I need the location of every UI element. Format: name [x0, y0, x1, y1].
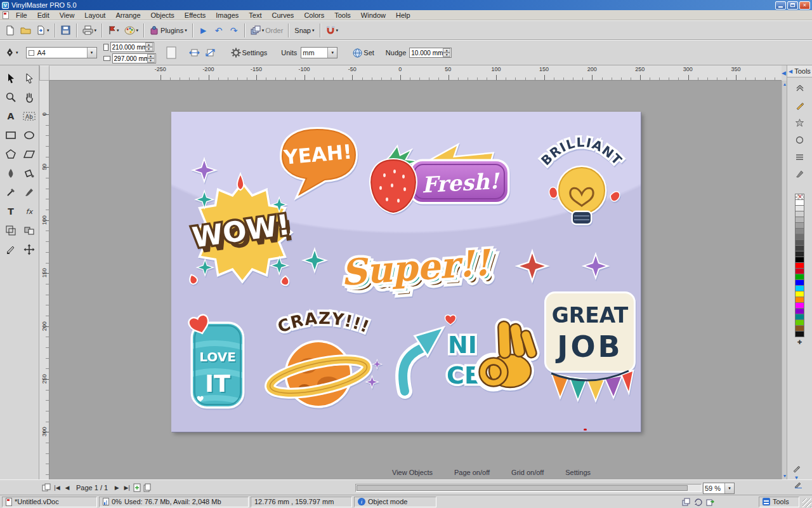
palette-button[interactable]: ▾ [122, 22, 141, 39]
menu-item-text[interactable]: Text [244, 11, 266, 20]
play-button[interactable]: ▶ [196, 22, 211, 39]
link-view-objects[interactable]: View Objects [392, 469, 433, 476]
vertical-scrollbar[interactable]: ▲ ▼ [782, 81, 787, 479]
sticker-star-teal[interactable] [304, 250, 325, 271]
color-swatch-111111[interactable] [795, 331, 804, 337]
fit-height-button[interactable] [202, 44, 218, 61]
add-page-button[interactable] [132, 482, 142, 493]
gradient-tool-button[interactable] [2, 164, 19, 182]
draw-tool-button[interactable] [794, 100, 806, 111]
nudge-field[interactable]: ▲▼ [409, 48, 452, 58]
menu-item-objects[interactable]: Objects [146, 11, 180, 20]
sticker-wow[interactable]: WOW! WOW! [179, 175, 306, 293]
transform-tool-button[interactable] [20, 241, 37, 258]
page-settings-button[interactable]: Settings [228, 44, 270, 61]
ellipse-tool-button[interactable] [20, 126, 37, 144]
layers-status-icon[interactable] [682, 498, 690, 506]
order-button[interactable]: ▾ Order [248, 22, 286, 39]
menu-item-arrange[interactable]: Arrange [110, 11, 145, 20]
first-page-button[interactable]: |◀ [52, 482, 62, 493]
link-grid-on-off[interactable]: Grid on/off [511, 469, 544, 476]
width-spinner[interactable]: ▲▼ [145, 43, 153, 51]
rectangle-tool-button[interactable] [2, 126, 19, 144]
menu-item-tools[interactable]: Tools [329, 11, 356, 20]
fit-width-button[interactable] [187, 44, 202, 61]
maximize-button[interactable] [787, 1, 798, 10]
close-button[interactable]: × [799, 1, 810, 10]
snap-button[interactable]: Snap ▾ [292, 22, 317, 39]
horizontal-scrollbar[interactable] [355, 484, 702, 492]
pages-overview-button[interactable] [41, 482, 52, 493]
node-tool-button[interactable] [794, 134, 806, 145]
sticker-crazy[interactable]: CRAZY!!! [260, 305, 387, 413]
knife-tool-button[interactable] [2, 241, 19, 258]
workspace[interactable]: YEAH! Fresh! [49, 81, 782, 479]
undo-button[interactable]: ↶ [211, 22, 226, 39]
height-spinner[interactable]: ▲▼ [147, 54, 155, 63]
menu-item-help[interactable]: Help [391, 11, 416, 20]
menu-item-effects[interactable]: Effects [180, 11, 211, 20]
nudge-input[interactable] [410, 50, 443, 57]
menu-item-edit[interactable]: Edit [32, 11, 55, 20]
menu-item-view[interactable]: View [55, 11, 80, 20]
print-button[interactable]: ▾ [80, 22, 100, 39]
set-button[interactable]: Set [350, 44, 377, 61]
last-page-button[interactable]: ▶| [122, 482, 132, 493]
page-preset-select[interactable]: A4 ▾ [26, 47, 97, 58]
menu-item-curves[interactable]: Curves [267, 11, 299, 20]
menu-item-file[interactable]: File [11, 11, 32, 20]
direct-select-tool-button[interactable] [20, 69, 37, 86]
page-width-field[interactable]: ▲▼ [110, 42, 154, 52]
nudge-spinner[interactable]: ▲▼ [443, 48, 450, 57]
frame-tool-button[interactable] [2, 222, 19, 239]
sticker-great-job[interactable]: GREAT JOB [542, 291, 638, 415]
zoom-select[interactable]: 59 % ▾ [703, 483, 735, 494]
units-select[interactable]: mm ▾ [301, 47, 337, 58]
redo-button[interactable]: ↷ [226, 22, 242, 39]
refresh-status-icon[interactable] [694, 498, 702, 506]
pin-button[interactable]: ▾ [105, 22, 122, 39]
zoom-tool-button[interactable] [2, 88, 19, 105]
next-page-button[interactable]: ▶ [112, 482, 122, 493]
tools-tab[interactable]: ◀ Tools [787, 65, 812, 77]
text-tool-button[interactable]: A [2, 107, 19, 124]
page-preview-button[interactable] [164, 44, 179, 61]
export-status-icon[interactable] [706, 498, 714, 506]
sticker-star-red[interactable] [519, 253, 546, 279]
page-height-input[interactable] [113, 55, 147, 62]
sticker-super[interactable]: Super!! Super!! Super!! [333, 236, 498, 302]
brush-tool-button[interactable] [20, 184, 37, 201]
pan-tool-button[interactable] [20, 88, 37, 105]
resize-grip[interactable] [802, 498, 811, 507]
link-settings[interactable]: Settings [565, 469, 591, 476]
select-tool-button[interactable] [2, 69, 19, 86]
menu-item-layout[interactable]: Layout [79, 11, 110, 20]
page-width-input[interactable] [111, 44, 145, 51]
add-color-button[interactable]: ✚ [795, 339, 804, 347]
eyedropper-tool-button[interactable] [2, 184, 19, 201]
paint-tool-button[interactable] [794, 168, 806, 180]
shape-tool-button[interactable] [794, 117, 806, 128]
sticker-love-it[interactable]: LOVE LOVE IT IT [185, 314, 249, 412]
menu-item-images[interactable]: Images [211, 11, 244, 20]
polygon-tool-button[interactable] [2, 145, 19, 163]
menu-item-colors[interactable]: Colors [299, 11, 329, 20]
prev-page-button[interactable]: ◀ [62, 482, 72, 493]
copy-page-button[interactable] [142, 482, 152, 493]
ruler-corner[interactable] [39, 65, 49, 81]
sticker-arrow[interactable] [386, 320, 446, 396]
link-page-on-off[interactable]: Page on/off [454, 469, 490, 476]
panel-expand-button[interactable] [794, 83, 806, 94]
sticker-nice[interactable]: NI NI CE CE [443, 314, 551, 412]
save-button[interactable] [58, 22, 74, 39]
canvas-page[interactable]: YEAH! Fresh! [171, 112, 641, 432]
minimize-button[interactable] [775, 1, 786, 10]
no-color-swatch[interactable] [795, 194, 804, 200]
open-button[interactable] [18, 22, 34, 39]
sticker-brilliant[interactable]: BRILLIANT [530, 119, 634, 231]
horizontal-ruler[interactable]: -250-200-150-100-50050100150200250300350 [49, 65, 782, 81]
scrollbar-thumb[interactable] [357, 485, 688, 491]
new-document-button[interactable] [3, 22, 18, 39]
page-height-field[interactable]: ▲▼ [112, 53, 156, 64]
vertical-ruler[interactable]: 050100150200250300 [39, 81, 49, 479]
